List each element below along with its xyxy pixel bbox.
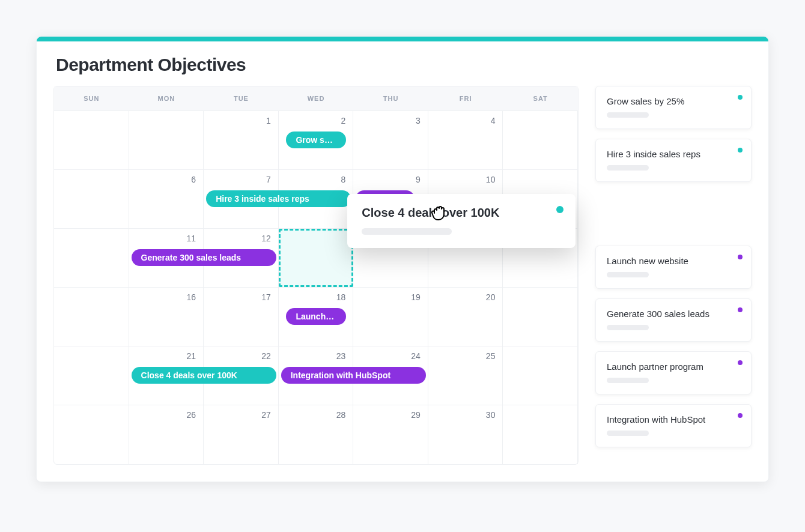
calendar-week: 1617181920Launch part... bbox=[54, 288, 578, 346]
calendar-day[interactable] bbox=[279, 229, 354, 287]
dow-label: THU bbox=[353, 86, 428, 110]
drag-card-title: Close 4 deals over 100K bbox=[362, 206, 561, 220]
day-number: 28 bbox=[336, 410, 346, 420]
day-number: 21 bbox=[187, 351, 196, 361]
sidebar-card-title: Launch new website bbox=[607, 256, 740, 266]
calendar-day[interactable] bbox=[54, 229, 129, 287]
calendar-day[interactable] bbox=[503, 405, 578, 464]
placeholder-bar bbox=[607, 325, 649, 330]
dow-label: MON bbox=[129, 86, 204, 110]
sidebar-card[interactable]: Hire 3 inside sales reps bbox=[595, 139, 752, 182]
calendar-day[interactable] bbox=[54, 346, 129, 405]
dow-label: SAT bbox=[503, 86, 578, 110]
day-number: 23 bbox=[336, 351, 346, 361]
content: SUNMONTUEWEDTHUFRISAT1234Grow sales b...… bbox=[37, 86, 768, 482]
calendar-week: 1234Grow sales b... bbox=[54, 111, 578, 170]
placeholder-bar bbox=[607, 165, 649, 171]
sidebar-card[interactable]: Integration with HubSpot bbox=[595, 404, 752, 447]
app-window: Department Objectives SUNMONTUEWEDTHUFRI… bbox=[36, 36, 769, 482]
calendar-day[interactable]: 30 bbox=[428, 405, 503, 464]
day-number: 9 bbox=[416, 175, 421, 184]
day-number: 11 bbox=[187, 234, 196, 243]
day-number: 25 bbox=[486, 351, 496, 361]
sidebar-card[interactable]: Grow sales by 25% bbox=[595, 86, 752, 129]
calendar-day[interactable] bbox=[129, 111, 204, 169]
calendar-week: 2122232425Close 4 deals over 100KIntegra… bbox=[54, 346, 578, 405]
dow-row: SUNMONTUEWEDTHUFRISAT bbox=[54, 86, 578, 111]
calendar-day[interactable] bbox=[54, 111, 129, 169]
calendar-day[interactable]: 6 bbox=[129, 170, 204, 228]
sidebar-card[interactable]: Generate 300 sales leads bbox=[595, 298, 752, 342]
calendar-day[interactable]: 26 bbox=[129, 405, 204, 464]
dow-label: FRI bbox=[428, 86, 503, 110]
status-dot bbox=[738, 413, 743, 418]
sidebar-card-ghost bbox=[595, 192, 752, 236]
day-number: 17 bbox=[261, 292, 271, 302]
calendar-day[interactable]: 28 bbox=[279, 405, 354, 464]
day-number: 18 bbox=[336, 292, 346, 302]
calendar-day[interactable]: 17 bbox=[204, 288, 279, 346]
status-dot bbox=[556, 206, 564, 213]
day-number: 7 bbox=[266, 175, 271, 184]
calendar-event[interactable]: Generate 300 sales leads bbox=[132, 249, 276, 266]
placeholder-bar bbox=[607, 272, 649, 277]
dow-label: TUE bbox=[204, 86, 279, 110]
day-number: 24 bbox=[411, 351, 421, 361]
calendar-event[interactable]: Integration with HubSpot bbox=[281, 367, 426, 384]
sidebar-card-title: Grow sales by 25% bbox=[607, 96, 740, 106]
calendar-day[interactable]: 19 bbox=[353, 288, 428, 346]
title-area: Department Objectives bbox=[37, 41, 768, 86]
calendar-day[interactable]: 16 bbox=[129, 288, 204, 346]
day-number: 16 bbox=[187, 292, 196, 302]
calendar-day[interactable] bbox=[503, 346, 578, 405]
sidebar-card-title: Launch partner program bbox=[607, 361, 740, 372]
day-number: 12 bbox=[261, 234, 271, 243]
drag-card[interactable]: Close 4 deals over 100K bbox=[347, 194, 576, 248]
day-number: 8 bbox=[341, 175, 345, 184]
day-number: 30 bbox=[486, 410, 496, 420]
calendar-day[interactable] bbox=[54, 405, 129, 464]
grab-hand-icon bbox=[428, 201, 450, 225]
calendar-day[interactable]: 27 bbox=[204, 405, 279, 464]
page-title: Department Objectives bbox=[56, 55, 749, 75]
calendar-day[interactable]: 1 bbox=[204, 111, 279, 169]
calendar-day[interactable]: 20 bbox=[428, 288, 503, 346]
calendar[interactable]: SUNMONTUEWEDTHUFRISAT1234Grow sales b...… bbox=[53, 86, 579, 465]
calendar-day[interactable]: 29 bbox=[353, 405, 428, 464]
calendar-day[interactable] bbox=[503, 288, 578, 346]
sidebar-card-title: Integration with HubSpot bbox=[607, 414, 740, 425]
day-number: 4 bbox=[491, 116, 496, 125]
calendar-day[interactable] bbox=[54, 288, 129, 346]
sidebar-card[interactable]: Launch new website bbox=[595, 246, 752, 289]
status-dot bbox=[738, 95, 743, 100]
calendar-week: 2627282930 bbox=[54, 405, 578, 464]
day-number: 2 bbox=[341, 116, 345, 125]
status-dot bbox=[738, 360, 743, 365]
sidebar-card-title: Generate 300 sales leads bbox=[607, 309, 740, 319]
placeholder-bar bbox=[607, 378, 649, 383]
calendar-day[interactable] bbox=[54, 170, 129, 228]
calendar-day[interactable]: 3 bbox=[353, 111, 428, 169]
day-number: 29 bbox=[411, 410, 421, 420]
sidebar-card[interactable]: Launch partner program bbox=[595, 351, 752, 394]
day-number: 3 bbox=[416, 116, 421, 125]
day-number: 6 bbox=[191, 175, 196, 184]
status-dot bbox=[738, 307, 743, 312]
dow-label: WED bbox=[279, 86, 354, 110]
calendar-day[interactable] bbox=[503, 111, 578, 169]
placeholder-bar bbox=[607, 112, 649, 118]
calendar-day[interactable]: 25 bbox=[428, 346, 503, 405]
day-number: 19 bbox=[411, 292, 421, 302]
calendar-event[interactable]: Grow sales b... bbox=[286, 131, 345, 148]
calendar-wrap: SUNMONTUEWEDTHUFRISAT1234Grow sales b...… bbox=[53, 86, 579, 465]
calendar-day[interactable]: 4 bbox=[428, 111, 503, 169]
day-number: 20 bbox=[486, 292, 496, 302]
day-number: 27 bbox=[261, 410, 271, 420]
sidebar: Grow sales by 25%Hire 3 inside sales rep… bbox=[595, 86, 752, 465]
calendar-event[interactable]: Hire 3 inside sales reps bbox=[206, 190, 351, 207]
accent-bar bbox=[37, 37, 768, 41]
calendar-event[interactable]: Close 4 deals over 100K bbox=[132, 367, 276, 384]
calendar-event[interactable]: Launch part... bbox=[286, 308, 345, 325]
day-number: 1 bbox=[266, 116, 271, 125]
status-dot bbox=[738, 255, 743, 259]
